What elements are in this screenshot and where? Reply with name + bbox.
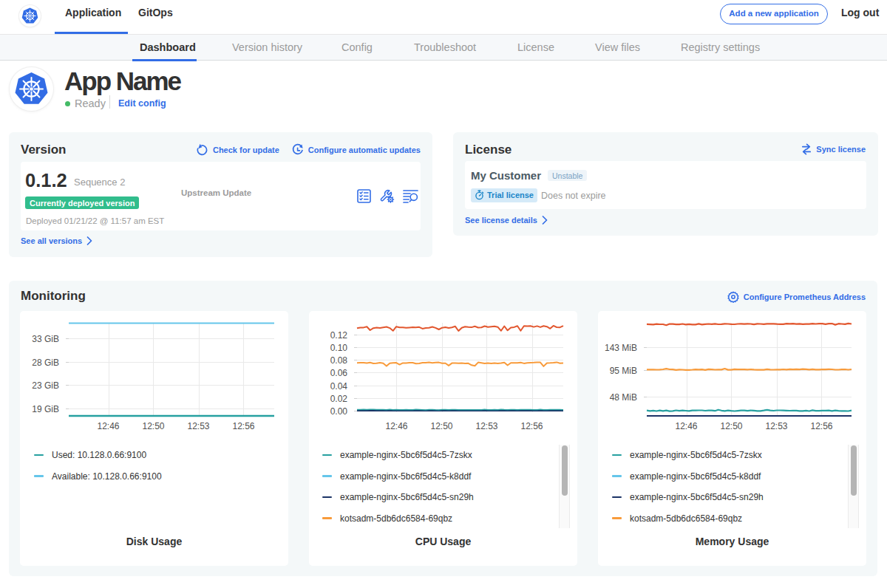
svg-text:19 GiB: 19 GiB	[32, 404, 59, 414]
svg-text:143 MiB: 143 MiB	[605, 343, 637, 353]
svg-text:0.00: 0.00	[330, 406, 348, 417]
svg-text:12:50: 12:50	[720, 421, 742, 431]
svg-text:12:46: 12:46	[97, 421, 119, 431]
svg-text:0.10: 0.10	[330, 343, 348, 353]
svg-text:0.08: 0.08	[330, 355, 348, 366]
svg-text:12:53: 12:53	[765, 421, 787, 431]
svg-text:23 GiB: 23 GiB	[32, 380, 59, 391]
svg-text:0.06: 0.06	[330, 368, 348, 378]
svg-text:33 GiB: 33 GiB	[32, 334, 59, 344]
svg-text:12:50: 12:50	[142, 421, 164, 431]
svg-text:12:56: 12:56	[520, 421, 543, 431]
svg-text:12:50: 12:50	[430, 421, 452, 431]
svg-text:12:53: 12:53	[475, 421, 497, 431]
svg-text:0.04: 0.04	[330, 381, 348, 392]
svg-text:0.12: 0.12	[330, 330, 348, 341]
svg-text:95 MiB: 95 MiB	[610, 366, 637, 376]
svg-text:12:46: 12:46	[675, 421, 697, 431]
svg-text:12:53: 12:53	[187, 421, 209, 431]
svg-text:12:56: 12:56	[810, 421, 832, 431]
svg-text:28 GiB: 28 GiB	[32, 358, 59, 368]
svg-text:48 MiB: 48 MiB	[610, 392, 637, 403]
svg-text:12:56: 12:56	[232, 421, 254, 431]
svg-text:12:46: 12:46	[385, 421, 407, 431]
svg-text:0.02: 0.02	[330, 394, 348, 404]
